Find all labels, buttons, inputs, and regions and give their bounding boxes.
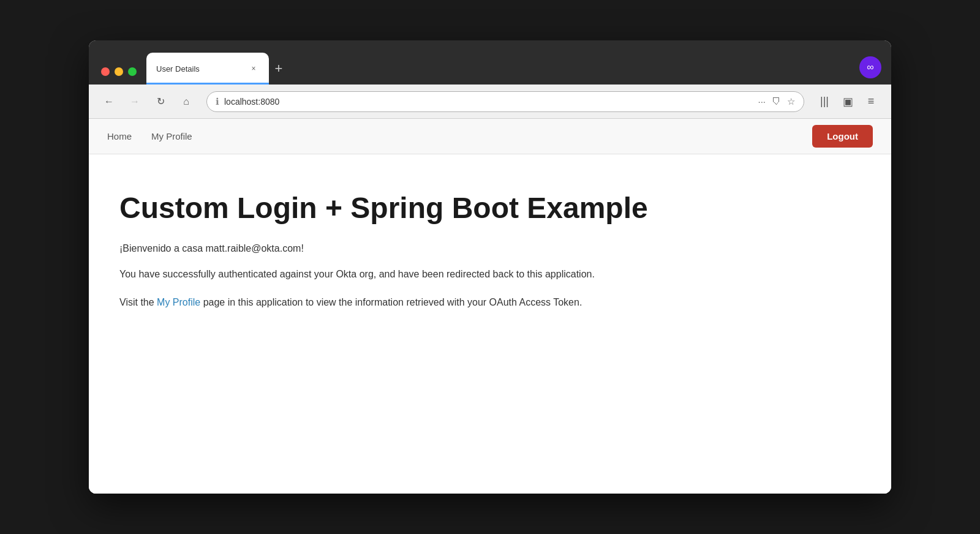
refresh-icon: ↻ <box>157 96 165 107</box>
app-frame: Home My Profile Logout Custom Login + Sp… <box>89 119 891 494</box>
back-icon: ← <box>104 96 114 107</box>
nav-home-link[interactable]: Home <box>107 131 132 141</box>
forward-button[interactable]: → <box>124 91 145 112</box>
welcome-message: ¡Bienvenido a casa matt.raible@okta.com! <box>119 243 861 254</box>
tab-close-button[interactable]: × <box>248 63 259 74</box>
home-button[interactable]: ⌂ <box>176 91 197 112</box>
nav-right-icons: ||| ▣ ≡ <box>814 91 881 112</box>
active-tab[interactable]: User Details × <box>146 53 269 85</box>
library-icon[interactable]: ||| <box>814 91 835 112</box>
my-profile-inline-link[interactable]: My Profile <box>157 297 200 307</box>
nav-bar: ← → ↻ ⌂ ℹ localhost:8080 ··· ⛉ ☆ ||| ▣ ≡ <box>89 85 891 119</box>
new-tab-button[interactable]: + <box>269 59 288 78</box>
minimize-button[interactable] <box>115 67 123 76</box>
tab-title: User Details <box>156 64 242 73</box>
star-icon[interactable]: ☆ <box>787 96 795 107</box>
back-button[interactable]: ← <box>99 91 119 112</box>
address-bar[interactable]: ℹ localhost:8080 ··· ⛉ ☆ <box>206 91 804 112</box>
info-icon: ℹ <box>216 96 219 107</box>
page-heading: Custom Login + Spring Boot Example <box>119 191 861 225</box>
profile-text-after: page in this application to view the inf… <box>200 297 582 307</box>
logout-button[interactable]: Logout <box>812 125 873 148</box>
more-icon[interactable]: ··· <box>758 96 766 107</box>
profile-text-before: Visit the <box>119 297 157 307</box>
profile-invitation: Visit the My Profile page in this applic… <box>119 295 861 310</box>
browser-avatar: ∞ <box>859 56 881 78</box>
traffic-lights <box>89 67 146 85</box>
refresh-button[interactable]: ↻ <box>150 91 171 112</box>
title-bar: User Details × + ∞ <box>89 40 891 85</box>
app-main: Custom Login + Spring Boot Example ¡Bien… <box>89 154 891 494</box>
tabs-area: User Details × + <box>146 53 859 85</box>
sidebar-icon[interactable]: ▣ <box>837 91 858 112</box>
address-bar-icons: ··· ⛉ ☆ <box>758 96 795 107</box>
success-description: You have successfully authenticated agai… <box>119 266 861 282</box>
nav-my-profile-link[interactable]: My Profile <box>151 131 192 141</box>
maximize-button[interactable] <box>128 67 137 76</box>
shield-icon[interactable]: ⛉ <box>772 96 781 107</box>
home-icon: ⌂ <box>183 96 189 107</box>
forward-icon: → <box>130 96 140 107</box>
app-nav-links: Home My Profile <box>107 131 812 141</box>
close-button[interactable] <box>101 67 110 76</box>
browser-window: User Details × + ∞ ← → ↻ ⌂ ℹ localhost:8… <box>89 40 891 494</box>
menu-icon[interactable]: ≡ <box>861 91 881 112</box>
app-navbar: Home My Profile Logout <box>89 119 891 154</box>
address-text[interactable]: localhost:8080 <box>224 97 753 107</box>
tab-loading-bar <box>146 83 269 85</box>
